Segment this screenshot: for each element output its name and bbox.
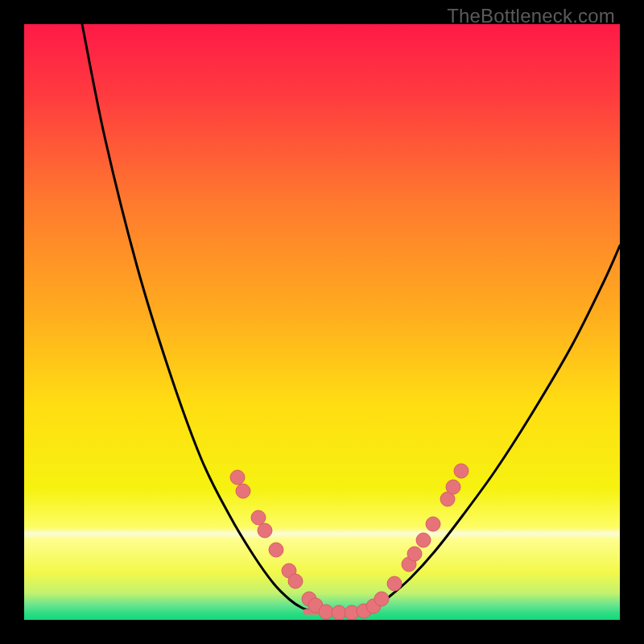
data-marker <box>416 533 431 547</box>
data-marker <box>251 510 266 525</box>
data-marker <box>288 574 303 588</box>
series-right-curve <box>362 246 620 612</box>
data-marker <box>236 484 250 498</box>
data-marker <box>426 517 440 531</box>
data-marker <box>446 480 460 494</box>
plot-area <box>24 24 620 620</box>
data-marker <box>407 547 422 561</box>
series-left-curve <box>82 24 314 612</box>
data-marker <box>230 470 245 485</box>
data-marker <box>319 605 333 619</box>
curve-layer <box>24 24 620 620</box>
data-marker <box>454 464 469 478</box>
data-marker <box>332 605 346 620</box>
data-marker <box>258 523 272 538</box>
chart-frame: TheBottleneck.com <box>0 0 644 644</box>
data-marker <box>269 543 283 557</box>
data-marker <box>387 576 402 591</box>
watermark-text: TheBottleneck.com <box>447 5 615 27</box>
data-marker <box>374 592 389 606</box>
